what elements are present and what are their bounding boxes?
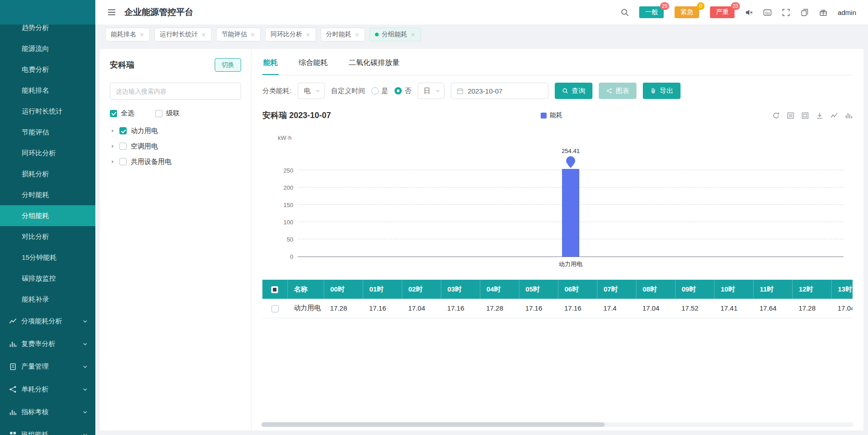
tree-node[interactable]: 动力用电: [110, 123, 241, 138]
table-column-header: 08时: [636, 280, 675, 299]
sidebar-group[interactable]: 班组能耗: [0, 423, 95, 435]
tab-item[interactable]: 综合能耗: [298, 52, 329, 75]
sidebar-group[interactable]: 产量管理: [0, 355, 95, 378]
chevron-down-icon: [82, 341, 88, 347]
sidebar-item[interactable]: 运行时长统计: [0, 101, 95, 122]
chevron-down-icon: [82, 386, 88, 392]
chart-legend[interactable]: 能耗: [541, 111, 562, 119]
radio-no[interactable]: [395, 87, 402, 94]
select-all-checkbox[interactable]: [110, 110, 117, 117]
restore-icon[interactable]: [801, 112, 809, 119]
sidebar-group[interactable]: 单耗分析: [0, 378, 95, 400]
date-picker[interactable]: 2023-10-07: [451, 83, 548, 99]
category-select[interactable]: 电: [298, 83, 325, 99]
close-icon[interactable]: [306, 32, 311, 37]
sidebar-item[interactable]: 能耗补录: [0, 289, 95, 310]
tree-node-label: 空调用电: [131, 142, 158, 151]
custom-time-no-option[interactable]: 否: [395, 87, 411, 95]
chart-plot: 050100150200250254.41动力用电: [298, 139, 843, 257]
y-axis-tick-label: 0: [274, 253, 293, 260]
sidebar-item[interactable]: 能源流向: [0, 38, 95, 59]
line-type-icon[interactable]: [830, 112, 838, 119]
sidebar-item[interactable]: 同环比分析: [0, 143, 95, 163]
close-icon[interactable]: [355, 32, 360, 37]
sidebar-item[interactable]: 碳排放监控: [0, 268, 95, 289]
refresh-icon[interactable]: [772, 112, 780, 119]
export-button[interactable]: 导出: [643, 83, 681, 99]
sidebar-item[interactable]: 15分钟能耗: [0, 247, 95, 268]
tree-node[interactable]: 空调用电: [110, 138, 241, 154]
gift-icon[interactable]: [819, 8, 828, 17]
caret-right-icon[interactable]: [110, 143, 115, 149]
close-icon[interactable]: [139, 32, 144, 37]
sidebar-group[interactable]: 指标考核: [0, 400, 95, 423]
caret-right-icon[interactable]: [110, 159, 115, 164]
calendar-icon: [457, 88, 464, 94]
alarm-badge[interactable]: 一般29: [639, 6, 664, 18]
bar-type-icon[interactable]: [845, 112, 853, 119]
sidebar-item[interactable]: 节能评估: [0, 122, 95, 143]
sidebar-item[interactable]: 分组能耗: [0, 205, 95, 226]
mute-icon[interactable]: [745, 8, 753, 17]
row-checkbox[interactable]: [271, 305, 279, 312]
switch-button[interactable]: 切换: [215, 58, 241, 72]
sidebar-menu: 趋势分析能源流向电费分析能耗排名运行时长统计节能评估同环比分析损耗分析分时能耗分…: [0, 25, 95, 435]
tag-chip[interactable]: 能耗排名: [105, 28, 150, 41]
chart-button[interactable]: 图表: [599, 83, 636, 99]
horizontal-scrollbar[interactable]: [261, 422, 853, 427]
sidebar-item[interactable]: 能耗排名: [0, 80, 95, 101]
close-icon[interactable]: [410, 32, 415, 37]
period-select[interactable]: 日: [418, 83, 444, 99]
sidebar-item[interactable]: 趋势分析: [0, 25, 95, 38]
tree-search-input[interactable]: [110, 83, 241, 100]
tag-chip[interactable]: 节能评估: [216, 28, 261, 41]
tab-item[interactable]: 能耗: [262, 52, 279, 75]
search-icon[interactable]: [621, 8, 629, 17]
locale-icon[interactable]: Gu: [763, 8, 772, 17]
select-all-rows-checkbox[interactable]: [271, 286, 278, 293]
sidebar-item[interactable]: 分时能耗: [0, 184, 95, 205]
content-area: 安科瑞 切换 全选 级联 动力用电空调用电共用设: [95, 44, 868, 435]
download-icon[interactable]: [816, 112, 824, 119]
app-title: 企业能源管控平台: [124, 6, 193, 18]
row-value-cell: 17.16: [558, 299, 597, 318]
select-all-label: 全选: [121, 109, 134, 118]
sidebar-item[interactable]: 损耗分析: [0, 163, 95, 184]
dataview-icon[interactable]: [787, 112, 794, 119]
custom-time-yes-option[interactable]: 是: [371, 87, 388, 95]
close-icon[interactable]: [201, 32, 206, 37]
chevron-down-icon: [82, 364, 88, 370]
fullscreen-icon[interactable]: [782, 8, 790, 17]
period-select-value: 日: [424, 87, 430, 95]
document-icon: [9, 363, 17, 371]
tag-chip[interactable]: 分组能耗: [370, 28, 421, 41]
close-icon[interactable]: [250, 32, 255, 37]
sidebar-group[interactable]: 分项能耗分析: [0, 310, 95, 332]
tag-chip[interactable]: 同环比分析: [265, 28, 316, 41]
scrollbar-thumb[interactable]: [261, 422, 605, 427]
tree-node[interactable]: 共用设备用电: [110, 154, 241, 169]
tab-item[interactable]: 二氧化碳排放量: [348, 52, 400, 75]
cascade-option[interactable]: 级联: [155, 109, 180, 118]
tree-node-checkbox[interactable]: [119, 158, 127, 165]
tag-chip[interactable]: 运行时长统计: [154, 28, 212, 41]
row-value-cell: 17.4: [597, 299, 636, 318]
user-name[interactable]: admin: [838, 9, 856, 16]
collapse-sidebar-icon[interactable]: [107, 8, 116, 17]
cascade-checkbox[interactable]: [155, 110, 163, 117]
sidebar-group[interactable]: 复费率分析: [0, 332, 95, 355]
tag-chip[interactable]: 分时能耗: [321, 28, 365, 41]
sidebar-item[interactable]: 对比分析: [0, 226, 95, 247]
tree-node-checkbox[interactable]: [119, 127, 127, 134]
tree-node-checkbox[interactable]: [119, 143, 127, 150]
copy-document-icon[interactable]: [800, 8, 809, 17]
radio-yes[interactable]: [371, 87, 379, 94]
sidebar-item[interactable]: 电费分析: [0, 59, 95, 80]
table-column-header: 00时: [324, 280, 363, 299]
alarm-badge[interactable]: 严重23: [710, 6, 735, 18]
legend-label: 能耗: [550, 111, 562, 119]
select-all-option[interactable]: 全选: [110, 109, 134, 118]
alarm-badge[interactable]: 紧急0: [675, 6, 699, 18]
caret-right-icon[interactable]: [110, 128, 115, 133]
query-button[interactable]: 查询: [555, 83, 592, 99]
